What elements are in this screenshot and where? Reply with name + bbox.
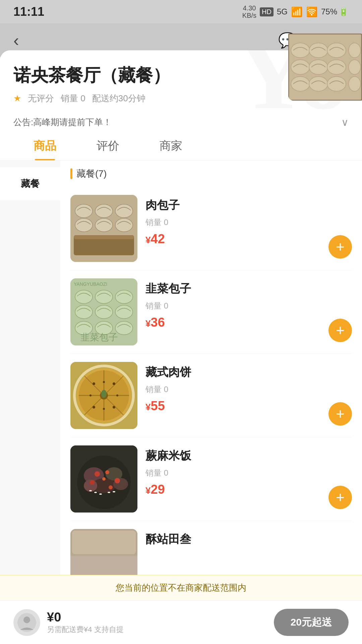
hd-badge: HD	[260, 7, 274, 16]
order-button[interactable]: 20元起送	[274, 609, 349, 636]
back-button[interactable]: ‹	[13, 32, 19, 49]
announcement-bar: 公告:高峰期请提前下单！ ∨	[0, 116, 362, 128]
svg-point-69	[113, 491, 115, 492]
svg-point-67	[99, 493, 102, 495]
tab-reviews[interactable]: 评价	[76, 131, 139, 160]
svg-point-70	[89, 490, 92, 491]
svg-point-22	[115, 204, 133, 218]
cart-note: 另需配送费¥4 支持自提	[47, 625, 267, 635]
chevron-down-icon[interactable]: ∨	[341, 116, 349, 128]
status-bar: 11:11 4.30KB/s HD 5G 📶 🛜 75% 🔋	[0, 0, 362, 23]
product-details-baozi-meat: 肉包子 销量 0 ¥42	[145, 195, 320, 246]
tabs-bar: 商品 评价 商家	[0, 131, 362, 161]
category-products-section: 藏餐 藏餐(7)	[0, 161, 362, 611]
cart-price: ¥0	[47, 610, 267, 625]
product-details-baozi-chive: 韭菜包子 销量 0 ¥36	[145, 278, 320, 330]
svg-point-8	[349, 60, 361, 74]
svg-rect-16	[74, 235, 134, 239]
product-price-baozi-meat: ¥42	[145, 232, 320, 246]
product-image-baozi-chive: 韭菜包子 YANGYUBAOZI	[70, 278, 137, 345]
cart-avatar	[13, 609, 40, 636]
meat-pie-svg	[70, 362, 137, 429]
svg-point-49	[116, 394, 118, 396]
svg-point-60	[95, 471, 100, 477]
svg-point-4	[349, 43, 361, 58]
star-icon: ★	[13, 93, 21, 104]
restaurant-name: 诺央茶餐厅（藏餐）	[13, 64, 275, 87]
tab-products[interactable]: 商品	[13, 131, 76, 160]
add-to-cart-nettle-rice[interactable]: +	[328, 486, 352, 509]
location-notification: 您当前的位置不在商家配送范围内	[0, 575, 362, 600]
avatar-icon	[17, 612, 37, 633]
restaurant-hero-image	[288, 34, 362, 101]
svg-point-43	[93, 382, 95, 385]
svg-text:YANGYUBAOZI: YANGYUBAOZI	[74, 281, 107, 287]
cart-info: ¥0 另需配送费¥4 支持自提	[47, 610, 267, 635]
svg-point-25	[95, 290, 113, 304]
svg-point-50	[103, 408, 105, 410]
rating-text: 无评分	[28, 93, 54, 104]
category-item-zangcan[interactable]: 藏餐	[0, 167, 60, 200]
svg-point-29	[115, 305, 133, 319]
main-content: 诺央茶餐厅（藏餐） ★ 无评分 销量 0 配送约30分钟 公告:高峰期请提前下单…	[0, 50, 362, 644]
product-name-nettle-rice: 蕨麻米饭	[145, 448, 320, 464]
product-sales-baozi-chive: 销量 0	[145, 301, 320, 311]
svg-point-18	[95, 218, 113, 232]
product-name-partial: 酥站田叁	[145, 532, 352, 547]
product-item-baozi-meat: 肉包子 销量 0 ¥42 +	[70, 187, 352, 270]
svg-point-27	[75, 305, 93, 319]
svg-point-24	[75, 290, 93, 304]
sales-text: 销量 0	[61, 93, 85, 104]
svg-point-48	[89, 394, 92, 396]
add-to-cart-meat-pie[interactable]: +	[328, 402, 352, 426]
svg-point-66	[94, 492, 97, 493]
status-right-area: 4.30KB/s HD 5G 📶 🛜 75% 🔋	[242, 4, 349, 19]
wifi-icon: 🛜	[306, 6, 318, 17]
restaurant-meta: ★ 无评分 销量 0 配送约30分钟	[13, 93, 275, 104]
svg-point-12	[349, 76, 361, 91]
svg-point-46	[113, 406, 115, 409]
svg-point-63	[115, 478, 120, 483]
product-image-meat-pie	[70, 362, 137, 429]
svg-point-65	[109, 485, 113, 489]
product-price-nettle-rice: ¥29	[145, 482, 320, 497]
svg-point-45	[93, 406, 95, 409]
baozi-meat-svg	[70, 195, 137, 262]
network-5g-1: 5G	[277, 7, 288, 16]
product-image-nettle-rice	[70, 445, 137, 513]
product-name-meat-pie: 藏式肉饼	[145, 365, 320, 380]
battery-percentage: 75%	[321, 7, 337, 16]
products-section: 藏餐(7)	[60, 161, 362, 611]
product-image-baozi-meat	[70, 195, 137, 262]
svg-point-74	[23, 616, 30, 623]
delivery-time: 配送约30分钟	[92, 93, 145, 104]
svg-rect-72	[72, 531, 136, 554]
svg-point-44	[113, 382, 115, 385]
svg-point-47	[103, 381, 105, 383]
svg-point-28	[95, 305, 113, 319]
svg-point-19	[115, 218, 133, 232]
network-speed: 4.30KB/s	[242, 4, 256, 19]
product-item-nettle-rice: 蕨麻米饭 销量 0 ¥29 +	[70, 437, 352, 521]
product-name-baozi-chive: 韭菜包子	[145, 281, 320, 297]
svg-point-61	[105, 470, 109, 474]
svg-point-20	[75, 204, 93, 218]
product-details-meat-pie: 藏式肉饼 销量 0 ¥55	[145, 362, 320, 413]
announcement-text: 公告:高峰期请提前下单！	[13, 116, 112, 128]
battery-icon: 🔋	[339, 7, 349, 16]
hero-image-inner	[288, 34, 362, 101]
bottom-cart-bar: ¥0 另需配送费¥4 支持自提 20元起送	[0, 600, 362, 644]
product-sales-baozi-meat: 销量 0	[145, 217, 320, 228]
product-details-nettle-rice: 蕨麻米饭 销量 0 ¥29	[145, 445, 320, 497]
product-price-baozi-chive: ¥36	[145, 315, 320, 330]
product-item-baozi-chive: 韭菜包子 YANGYUBAOZI 韭菜包子 销量 0 ¥36 +	[70, 270, 352, 354]
svg-point-21	[95, 204, 113, 218]
add-to-cart-baozi-chive[interactable]: +	[328, 319, 352, 342]
svg-text:韭菜包子: 韭菜包子	[80, 332, 118, 342]
add-to-cart-baozi-meat[interactable]: +	[328, 235, 352, 259]
tab-merchant[interactable]: 商家	[139, 131, 202, 160]
baozi-chive-svg: 韭菜包子 YANGYUBAOZI	[70, 278, 137, 345]
product-price-meat-pie: ¥55	[145, 399, 320, 413]
status-time: 11:11	[13, 5, 44, 19]
svg-point-62	[90, 480, 95, 485]
